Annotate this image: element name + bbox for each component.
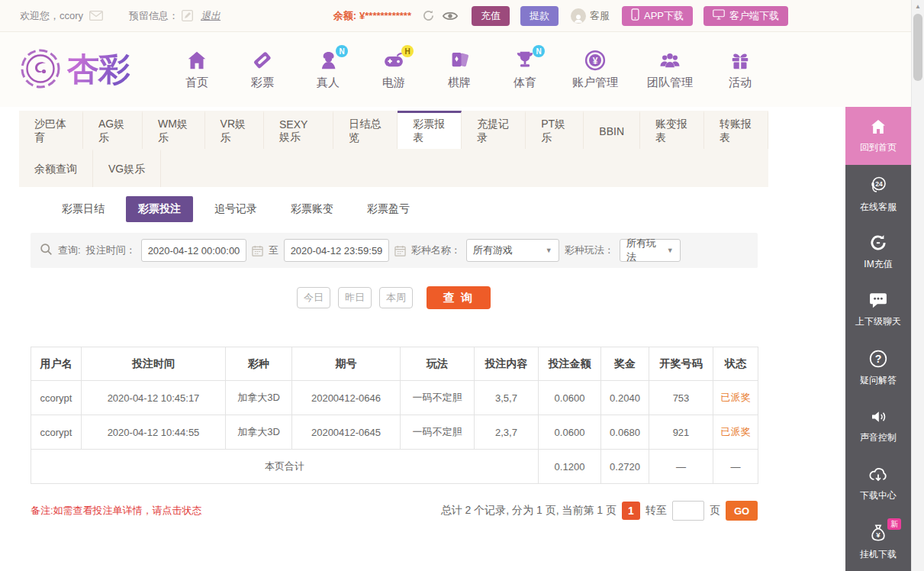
- status-cell[interactable]: 已派奖: [713, 381, 758, 415]
- tab-ag[interactable]: AG娱乐: [83, 111, 143, 149]
- tab-vg[interactable]: VG娱乐: [93, 149, 161, 187]
- deposit-button[interactable]: 充值: [472, 6, 510, 26]
- date-from-input[interactable]: [141, 239, 246, 262]
- tab-wm[interactable]: WM娱乐: [143, 111, 205, 149]
- table-cell: ccorypt: [31, 415, 82, 450]
- client-download-button[interactable]: 客户端下载: [703, 6, 788, 26]
- badge-n: N: [336, 45, 348, 57]
- nav-item-egames[interactable]: H 电游: [375, 49, 412, 90]
- subtab-lottery-daily[interactable]: 彩票日结: [50, 196, 117, 222]
- nav-item-team-management[interactable]: 团队管理: [647, 49, 693, 90]
- home-icon: [185, 49, 208, 72]
- app-download-button[interactable]: APP下载: [622, 6, 693, 26]
- subtab-chase-records[interactable]: 追号记录: [202, 196, 269, 222]
- scrollbar-thumb[interactable]: [913, 14, 922, 81]
- note-text: 备注:如需查看投注单详情，请点击状态: [31, 504, 202, 518]
- withdraw-button[interactable]: 提款: [520, 6, 559, 26]
- nav-item-promotions[interactable]: 活动: [722, 49, 758, 90]
- service-button[interactable]: 客服: [571, 8, 610, 24]
- logout-link[interactable]: 退出: [201, 9, 221, 23]
- table-row: ccorypt 2020-04-12 10:45:17 加拿大3D 202004…: [31, 381, 758, 415]
- search-icon: [40, 243, 53, 258]
- scroll-up-icon[interactable]: ▲: [912, 0, 924, 12]
- table-cell: 2020-04-12 10:45:17: [82, 381, 226, 415]
- eye-icon[interactable]: [443, 11, 458, 21]
- edit-icon[interactable]: [182, 10, 193, 21]
- table-cell: 0.0600: [539, 381, 601, 415]
- lottery-name-label: 彩种名称：: [411, 244, 461, 257]
- play-type-select[interactable]: 所有玩法 ▼: [620, 239, 681, 262]
- calendar-icon[interactable]: [394, 245, 406, 256]
- mail-icon[interactable]: [89, 11, 103, 21]
- sidebar-item-label: 挂机下载: [860, 548, 897, 561]
- nav-label: 首页: [185, 76, 208, 90]
- tab-transfer-report[interactable]: 转账报表: [704, 111, 768, 149]
- sidebar-item-im-recharge[interactable]: IM充值: [845, 223, 911, 281]
- sidebar-item-download-center[interactable]: 下载中心: [845, 455, 911, 513]
- current-page-button[interactable]: 1: [622, 502, 640, 520]
- sidebar-item-sound[interactable]: 声音控制: [845, 397, 911, 455]
- status-cell[interactable]: 已派奖: [713, 415, 758, 450]
- query-button[interactable]: 查 询: [427, 286, 491, 309]
- sidebar-item-label: 回到首页: [860, 141, 897, 154]
- tab-lottery-report[interactable]: 彩票报表: [398, 111, 462, 149]
- goto-page-input[interactable]: [672, 501, 704, 521]
- nav-item-lottery[interactable]: 彩票: [244, 49, 281, 90]
- table-cell: 0.0600: [539, 415, 601, 450]
- tab-sexy[interactable]: SEXY娱乐: [264, 111, 333, 149]
- go-button[interactable]: GO: [726, 501, 758, 521]
- svg-text:24: 24: [875, 180, 883, 188]
- tab-daily-summary[interactable]: 日结总览: [333, 111, 398, 149]
- table-cell: 2020-04-12 10:44:55: [82, 415, 226, 450]
- nav-item-account-management[interactable]: ¥ 账户管理: [572, 49, 618, 90]
- tab-vr[interactable]: VR娱乐: [205, 111, 264, 149]
- summary-bet-amount: 0.1200: [539, 450, 601, 484]
- sidebar-item-faq[interactable]: ? 疑问解答: [845, 339, 911, 397]
- site-header: 杏彩 首页 彩票 N 真人 H 电游: [0, 32, 924, 107]
- lottery-name-select[interactable]: 所有游戏 ▼: [466, 239, 559, 262]
- date-to-input[interactable]: [284, 239, 389, 262]
- im-recharge-icon: [868, 233, 888, 253]
- today-button[interactable]: 今日: [297, 287, 330, 308]
- nav-item-live[interactable]: N 真人: [310, 49, 346, 90]
- col-play: 玩法: [401, 347, 475, 381]
- money-bag-icon: ¥: [868, 523, 888, 543]
- bet-time-label: 投注时间：: [86, 244, 136, 257]
- table-cell: 0.0680: [601, 415, 649, 450]
- tab-balance-query[interactable]: 余额查询: [19, 149, 93, 187]
- subtab-lottery-bets[interactable]: 彩票投注: [126, 196, 193, 222]
- nav-item-board-games[interactable]: 棋牌: [441, 49, 478, 90]
- tab-saba-sports[interactable]: 沙巴体育: [19, 111, 83, 149]
- sidebar-item-home[interactable]: 回到首页: [845, 107, 911, 165]
- yesterday-button[interactable]: 昨日: [338, 287, 372, 308]
- team-icon: [658, 49, 681, 72]
- subtab-lottery-account-change[interactable]: 彩票账变: [278, 196, 346, 222]
- bets-table: 用户名 投注时间 彩种 期号 玩法 投注内容 投注金额 奖金 开奖号码 状态 c…: [31, 347, 758, 484]
- nav-item-sports[interactable]: N 体育: [507, 49, 543, 90]
- sidebar-item-chat[interactable]: 上下级聊天: [845, 281, 911, 339]
- calendar-icon[interactable]: [252, 245, 263, 256]
- tab-account-change-report[interactable]: 账变报表: [640, 111, 704, 149]
- topbar: 欢迎您，ccory 预留信息： 退出 余额: ¥************ 充值 …: [0, 0, 924, 32]
- welcome-text: 欢迎您，ccory: [20, 9, 83, 23]
- subtab-lottery-profit[interactable]: 彩票盈亏: [355, 196, 422, 222]
- coin-icon: ¥: [584, 49, 607, 72]
- lottery-subtabs: 彩票日结 彩票投注 追号记录 彩票账变 彩票盈亏: [50, 196, 768, 222]
- page-scrollbar[interactable]: ▲: [911, 0, 924, 571]
- nav-item-home[interactable]: 首页: [179, 49, 215, 90]
- refresh-icon[interactable]: [422, 9, 435, 22]
- tab-pt[interactable]: PT娱乐: [526, 111, 584, 149]
- sidebar-item-label: 疑问解答: [860, 374, 897, 387]
- table-cell: 一码不定胆: [401, 415, 475, 450]
- sidebar-item-hangup-download[interactable]: 新 ¥ 挂机下载: [845, 513, 911, 571]
- sidebar-item-label: 上下级聊天: [855, 315, 901, 328]
- table-cell: 3,5,7: [475, 381, 539, 415]
- play-type-value: 所有玩法: [626, 237, 662, 264]
- chat-icon: [868, 292, 889, 310]
- this-week-button[interactable]: 本周: [379, 287, 413, 308]
- tab-bbin[interactable]: BBIN: [584, 111, 640, 149]
- site-logo[interactable]: 杏彩: [20, 48, 168, 92]
- tab-deposit-withdraw-records[interactable]: 充提记录: [462, 111, 526, 149]
- sidebar-item-online-service[interactable]: 24 在线客服: [845, 165, 911, 223]
- search-bar: 查询: 投注时间： 至 彩种名称： 所有游戏 ▼ 彩种玩法： 所有玩法 ▼: [31, 233, 758, 268]
